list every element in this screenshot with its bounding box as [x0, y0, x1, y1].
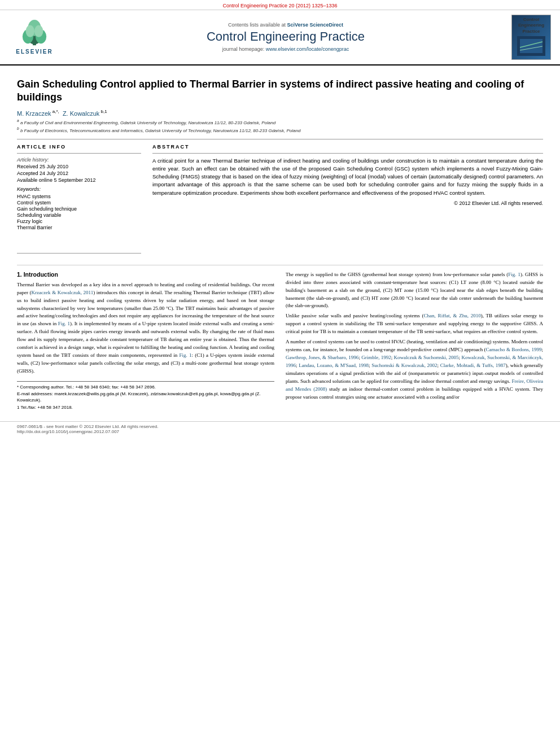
- keyword-5: Fuzzy logic: [17, 219, 141, 224]
- svg-rect-8: [520, 39, 542, 53]
- abstract-heading: ABSTRACT: [152, 144, 543, 150]
- affiliations: a a Faculty of Civil and Environmental E…: [17, 119, 543, 133]
- keyword-1: HVAC systems: [17, 194, 141, 199]
- authors-line: M. Krzaczek a,*, Z. Kowalczuk b,1: [17, 109, 543, 117]
- sciverse-link[interactable]: SciVerse ScienceDirect: [287, 22, 344, 28]
- article-info-column: ARTICLE INFO Article history: Received 2…: [17, 144, 141, 257]
- author2-name[interactable]: Z. Kowalczuk: [63, 110, 99, 116]
- ref-grimble[interactable]: Grimble, 1992: [361, 355, 391, 360]
- footnote-telfax: 1 Tel./fax: +48 58 347 2018.: [17, 404, 274, 410]
- article-title: Gain Scheduling Control applied to Therm…: [17, 78, 543, 104]
- elsevier-text: ELSEVIER: [16, 49, 53, 55]
- main-left-column: 1. Introduction Thermal Barrier was deve…: [17, 271, 274, 411]
- ref-gawthrop[interactable]: Gawthrop, Jones, & Sbarbaro, 1996: [286, 355, 358, 360]
- abstract-text: A critical point for a new Thermal Barri…: [152, 157, 543, 197]
- author2-sup: b,1: [99, 109, 107, 114]
- history-label: Article history:: [17, 157, 141, 163]
- section1-para-right1: The energy is supplied to the GHSS (geot…: [286, 271, 543, 311]
- divider-info-bottom: [17, 253, 141, 254]
- ref-camacho-bordons[interactable]: Camacho & Bordons, 1999: [486, 347, 542, 352]
- journal-cover-thumbnail: Control Engineering Practice: [511, 15, 551, 60]
- ref-fig1-right1[interactable]: Fig. 1: [508, 272, 520, 277]
- keyword-2: Control system: [17, 200, 141, 206]
- main-right-column: The energy is supplied to the GHSS (geot…: [286, 271, 543, 411]
- divider-abstract: [152, 153, 543, 154]
- section1-para-right2: Unlike passive solar walls and passive h…: [286, 312, 543, 336]
- ref-freire[interactable]: Freire, Oliveira and Mendes (2008): [286, 378, 543, 392]
- footer-doi[interactable]: http://dx.doi.org/10.1016/j.conengprac.2…: [17, 429, 543, 434]
- ref-fig1-1[interactable]: Fig. 1: [58, 321, 70, 326]
- footnote-email-label: E-mail addresses: marek.krzaczek@wilis.p…: [17, 391, 274, 403]
- article-info-heading: ARTICLE INFO: [17, 144, 141, 150]
- ref-landau[interactable]: Landau, Lozano, & M'Saad, 1998: [299, 362, 369, 368]
- section1-para-right3: A number of control systems can be used …: [286, 338, 543, 401]
- ref-clarke[interactable]: Clarke, Mohtadi, & Tuffs, 1987: [440, 362, 506, 368]
- svg-point-6: [34, 25, 43, 37]
- journal-title: Control Engineering Practice: [67, 29, 505, 44]
- keyword-6: Thermal Barrier: [17, 225, 141, 230]
- ref-chan-riffat-zhu[interactable]: Chan, Riffat, & Zhu, 2010: [424, 313, 481, 318]
- keyword-4: Scheduling variable: [17, 212, 141, 218]
- section1-para1: Thermal Barrier was developed as a key i…: [17, 281, 274, 375]
- footnotes-area: * Corresponding author. Tel.: +48 58 348…: [17, 381, 274, 410]
- elsevier-logo: ELSEVIER: [9, 19, 60, 55]
- top-bar: Control Engineering Practice 20 (2012) 1…: [0, 0, 560, 10]
- ref-kowalczuk-suchomski-2005[interactable]: Kowalczuk & Suchomski, 2005: [394, 355, 459, 360]
- journal-reference: Control Engineering Practice 20 (2012) 1…: [222, 3, 337, 8]
- author1-sup: a,*,: [51, 109, 59, 114]
- divider-info: [17, 153, 141, 154]
- contents-available-line: Contents lists available at SciVerse Sci…: [67, 22, 505, 28]
- cover-image-icon: [517, 36, 545, 56]
- footer-copyright: 0967-0661/$ - see front matter © 2012 El…: [17, 424, 543, 429]
- keywords-label: Keywords:: [17, 186, 141, 192]
- svg-point-5: [26, 25, 34, 37]
- affiliation-2: b b Faculty of Electronics, Telecommunic…: [17, 126, 543, 133]
- ref-suchomski[interactable]: Suchomski & Kowalczuk, 2002: [371, 362, 437, 368]
- main-article-content: 1. Introduction Thermal Barrier was deve…: [17, 265, 543, 411]
- ref-fig1-2[interactable]: Fig. 1: [179, 352, 191, 358]
- divider-1: [17, 139, 543, 139]
- elsevier-tree-icon: [18, 19, 51, 47]
- journal-homepage: journal homepage: www.elsevier.com/locat…: [67, 46, 505, 52]
- author1-name[interactable]: M. Krzaczek: [17, 110, 51, 116]
- journal-center-info: Contents lists available at SciVerse Sci…: [67, 22, 505, 52]
- journal-header: ELSEVIER Contents lists available at Sci…: [0, 10, 560, 65]
- info-abstract-section: ARTICLE INFO Article history: Received 2…: [17, 144, 543, 257]
- affiliation-1: a a Faculty of Civil and Environmental E…: [17, 119, 543, 125]
- footnote-corresponding: * Corresponding author. Tel.: +48 58 348…: [17, 384, 274, 390]
- abstract-copyright: © 2012 Elsevier Ltd. All rights reserved…: [152, 200, 543, 206]
- article-body: Gain Scheduling Control applied to Therm…: [0, 65, 560, 418]
- ref-krzaczek-kowalczuk-2011[interactable]: Krzaczek & Kowalczuk, 2011: [32, 290, 94, 295]
- accepted-date: Accepted 24 July 2012: [17, 171, 141, 176]
- footnote-email1[interactable]: marek.krzaczek@wilis.pg.gda.pl (M. Krzac…: [54, 391, 149, 396]
- received-date: Received 25 July 2010: [17, 164, 141, 169]
- section1-heading: 1. Introduction: [17, 271, 274, 278]
- homepage-url[interactable]: www.elsevier.com/locate/conengprac: [266, 46, 349, 52]
- abstract-column: ABSTRACT A critical point for a new Ther…: [152, 144, 543, 257]
- page-footer: 0967-0661/$ - see front matter © 2012 El…: [0, 421, 560, 436]
- online-date: Available online 5 September 2012: [17, 177, 141, 183]
- keyword-3: Gain scheduling technique: [17, 206, 141, 212]
